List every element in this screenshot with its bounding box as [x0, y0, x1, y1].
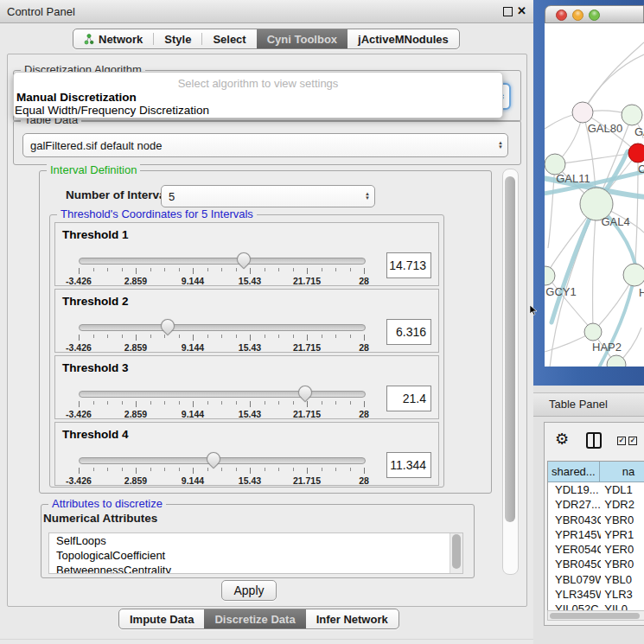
- network-canvas[interactable]: GAL80GACGAL11GAL4GCY1HHAP2: [545, 23, 644, 367]
- GAL80-node[interactable]: [572, 102, 593, 123]
- table-cell[interactable]: YBR0: [601, 557, 644, 571]
- tab-label: Select: [213, 33, 245, 46]
- threshold-slider[interactable]: -3.4262.8599.14415.4321.71528: [79, 456, 364, 483]
- table-cell[interactable]: YIL0: [601, 602, 644, 610]
- float-window-icon[interactable]: [503, 7, 513, 16]
- tab-select[interactable]: Select: [202, 29, 256, 48]
- table-cell[interactable]: YBR0: [601, 513, 644, 527]
- table-cell[interactable]: YBR043C: [548, 513, 601, 527]
- list-item[interactable]: SelfLoops: [49, 533, 462, 548]
- slider-thumb[interactable]: [295, 383, 315, 403]
- number-of-intervals-combobox[interactable]: 5 ▲▼: [161, 185, 375, 207]
- numerical-attributes-label: Numerical Attributes: [43, 512, 157, 525]
- table-cell[interactable]: YLR345W: [548, 587, 601, 602]
- slider-thumb[interactable]: [204, 450, 224, 469]
- node-attribute-table[interactable]: shared...naYDL19...YDL1YDR27...YDR2YBR04…: [547, 461, 644, 610]
- network-edge[interactable]: [583, 54, 644, 112]
- network-window-titlebar[interactable]: [545, 5, 644, 23]
- scrollbar-thumb[interactable]: [505, 176, 515, 522]
- close-icon[interactable]: ✕: [517, 4, 526, 17]
- attributes-list-scrollbar[interactable]: [450, 533, 462, 573]
- network-edge[interactable]: [583, 42, 644, 112]
- threshold-slider[interactable]: -3.4262.8599.14415.4321.71528: [79, 256, 364, 284]
- slider-track[interactable]: [79, 391, 366, 398]
- table-row[interactable]: YBR043CYBR0: [548, 513, 644, 527]
- tab-infer-network[interactable]: Infer Network: [306, 609, 399, 628]
- table-row[interactable]: YBL079WYBL0: [548, 572, 644, 587]
- slider-tick: [193, 268, 194, 274]
- node-topright[interactable]: [622, 105, 642, 125]
- table-cell[interactable]: YDL19...: [548, 482, 601, 497]
- table-cell[interactable]: YDL1: [601, 482, 644, 497]
- column-header[interactable]: shared...: [548, 462, 600, 482]
- tab-impute-data[interactable]: Impute Data: [119, 609, 204, 628]
- tab-discretize-data[interactable]: Discretize Data: [204, 609, 305, 628]
- threshold-value-field[interactable]: 11.344: [386, 452, 431, 478]
- table-data-combobox[interactable]: galFiltered.sif default node ▲▼: [22, 133, 508, 157]
- table-row[interactable]: YPR145WYPR1: [548, 527, 644, 542]
- slider-thumb[interactable]: [158, 316, 178, 336]
- threshold-slider[interactable]: -3.4262.8599.14415.4321.71528: [79, 389, 364, 417]
- GCY1-node[interactable]: [545, 266, 555, 285]
- settings-scrollbar[interactable]: [502, 169, 519, 575]
- slider-tick: [221, 335, 222, 338]
- scrollbar-thumb[interactable]: [452, 534, 461, 569]
- combobox-stepper-icon[interactable]: ▲▼: [494, 141, 507, 150]
- columns-icon[interactable]: [586, 432, 602, 449]
- node-bottom[interactable]: [607, 355, 626, 367]
- table-row[interactable]: YDR27...YDR2: [548, 497, 644, 512]
- tab-cyni-toolbox[interactable]: Cyni Toolbox: [257, 29, 348, 48]
- slider-track[interactable]: [79, 324, 366, 331]
- close-button[interactable]: [556, 10, 567, 21]
- list-item[interactable]: BetweennessCentrality: [49, 563, 462, 574]
- list-item[interactable]: TopologicalCoefficient: [49, 548, 462, 563]
- slider-track[interactable]: [79, 457, 366, 464]
- table-cell[interactable]: YBR045C: [548, 557, 601, 571]
- zoom-button[interactable]: [589, 10, 600, 21]
- table-row[interactable]: YDL19...YDL1: [548, 482, 644, 497]
- menu-item-equal-width-frequency[interactable]: Equal Width/Frequency Discretization: [15, 104, 209, 117]
- HAP2-node[interactable]: [584, 323, 602, 341]
- checkbox-icon[interactable]: ✓: [628, 437, 637, 445]
- numerical-attributes-list[interactable]: SelfLoopsTopologicalCoefficientBetweenne…: [48, 532, 463, 574]
- table-row[interactable]: YER054CYER0: [548, 542, 644, 557]
- tab-network[interactable]: Network: [73, 29, 153, 48]
- tab-jactivemnodules[interactable]: jActiveMNodules: [348, 29, 459, 48]
- table-row[interactable]: YLR345WYLR3: [548, 587, 644, 602]
- column-header[interactable]: na: [600, 462, 644, 482]
- table-cell[interactable]: YLR3: [601, 587, 644, 602]
- apply-button[interactable]: Apply: [221, 580, 277, 601]
- threshold-value-field[interactable]: 21.4: [386, 386, 431, 411]
- slider-tick: [364, 268, 365, 274]
- threshold-value-field[interactable]: 14.713: [386, 252, 431, 278]
- tab-style[interactable]: Style: [154, 29, 201, 48]
- slider-tick-label: 2.859: [124, 276, 147, 286]
- red-node[interactable]: [628, 143, 644, 163]
- slider-track[interactable]: [79, 258, 366, 265]
- slider-thumb[interactable]: [234, 250, 254, 270]
- tab-label: Network: [99, 33, 143, 46]
- gear-icon[interactable]: ⚙: [555, 430, 569, 449]
- table-cell[interactable]: YPR145W: [548, 527, 601, 542]
- threshold-value-field[interactable]: 6.316: [386, 319, 431, 345]
- scrollbar-thumb[interactable]: [550, 613, 640, 619]
- table-row[interactable]: YBR045CYBR0: [548, 557, 644, 571]
- H-node[interactable]: [623, 264, 644, 286]
- table-cell[interactable]: YER0: [601, 542, 644, 557]
- table-cell[interactable]: YBL0: [601, 572, 644, 587]
- minimize-button[interactable]: [572, 10, 583, 21]
- table-cell[interactable]: YPR1: [601, 527, 644, 542]
- table-cell[interactable]: YBL079W: [548, 572, 601, 587]
- table-cell[interactable]: YDR2: [601, 497, 644, 512]
- menu-item-manual-discretization[interactable]: Manual Discretization: [16, 91, 137, 104]
- table-cell[interactable]: YER054C: [548, 542, 601, 557]
- table-cell[interactable]: YDR27...: [548, 497, 601, 512]
- threshold-slider[interactable]: -3.4262.8599.14415.4321.71528: [79, 322, 364, 350]
- table-cell[interactable]: YIL052C: [548, 602, 601, 610]
- network-edge[interactable]: [593, 204, 596, 331]
- checkbox-icon[interactable]: ✓: [617, 437, 626, 445]
- slider-tick: [207, 268, 208, 271]
- table-row[interactable]: YIL052CYIL0: [548, 602, 644, 610]
- table-horizontal-scrollbar[interactable]: [547, 610, 644, 621]
- combobox-stepper-icon[interactable]: ▲▼: [360, 192, 374, 201]
